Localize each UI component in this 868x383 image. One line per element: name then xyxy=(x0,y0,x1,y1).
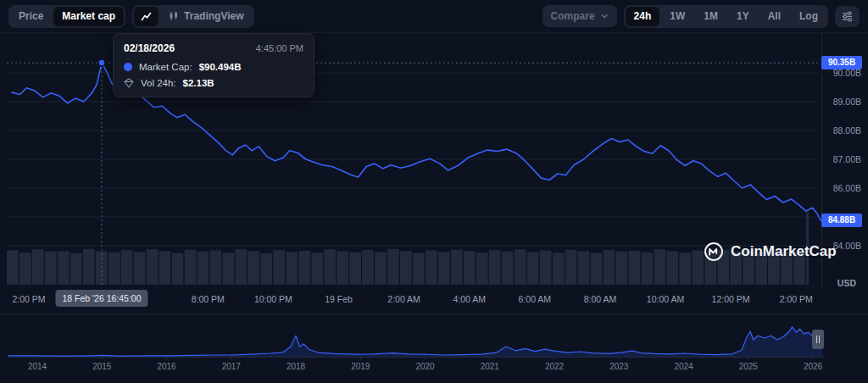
y-axis-unit: USD xyxy=(821,278,856,288)
high-value-badge: 90.35B xyxy=(821,56,862,69)
y-tick-label: 88.00B xyxy=(824,125,861,136)
x-tick-label: 2:00 AM xyxy=(387,294,420,304)
y-tick-label: 89.00B xyxy=(824,97,861,107)
tradingview-label: TradingView xyxy=(184,11,243,22)
volume-gem-icon xyxy=(124,78,134,88)
compare-button[interactable]: Compare xyxy=(542,5,617,27)
range-1w[interactable]: 1W xyxy=(661,7,693,26)
x-tick-label: 10:00 AM xyxy=(647,294,684,304)
line-chart-icon xyxy=(141,11,152,22)
x-tick-label: 8:00 PM xyxy=(192,294,225,304)
history-minimap-chart xyxy=(0,319,868,361)
current-value-badge: 84.88B xyxy=(821,214,862,227)
chart-type-group: TradingView xyxy=(132,5,253,28)
line-chart-button[interactable] xyxy=(134,7,159,26)
x-tick-label: 2:00 PM xyxy=(12,294,45,304)
year-label: 2019 xyxy=(351,362,370,371)
range-1m[interactable]: 1M xyxy=(695,7,726,26)
market-cap-tab[interactable]: Market cap xyxy=(53,7,124,26)
tooltip-marketcap-row: Market Cap: $90.494B xyxy=(124,62,303,72)
range-1y[interactable]: 1Y xyxy=(728,7,758,26)
range-24h[interactable]: 24h xyxy=(626,7,660,26)
toolbar-right: Compare 24h1W1M1YAllLog xyxy=(542,5,860,28)
year-label: 2025 xyxy=(739,362,758,371)
y-tick-label: 86.00B xyxy=(824,183,861,193)
watermark-text: CoinMarketCap xyxy=(731,243,837,260)
tooltip-volume-row: Vol 24h: $2.13B xyxy=(124,78,303,88)
tooltip-volume-value: $2.13B xyxy=(183,78,214,88)
compare-label: Compare xyxy=(551,10,595,22)
year-label: 2017 xyxy=(222,362,241,371)
chart-toolbar: Price Market cap TradingView xyxy=(0,0,868,32)
x-tick-label: 12:00 PM xyxy=(712,294,750,304)
tooltip-time: 4:45:00 PM xyxy=(256,43,303,53)
sliders-icon xyxy=(842,11,853,22)
crosshair-time-badge: 18 Feb '26 16:45:00 xyxy=(55,290,147,307)
chart-tooltip: 02/18/2026 4:45:00 PM Market Cap: $90.49… xyxy=(113,33,314,97)
coinmarketcap-chart-page: Price Market cap TradingView xyxy=(0,0,868,383)
tooltip-marketcap-label: Market Cap: xyxy=(139,62,192,72)
range-all[interactable]: All xyxy=(760,7,789,26)
tooltip-date: 02/18/2026 xyxy=(124,42,175,54)
x-tick-label: 10:00 PM xyxy=(254,294,292,304)
cmc-logo-icon xyxy=(704,241,724,262)
tooltip-volume-label: Vol 24h: xyxy=(141,78,176,88)
watermark: CoinMarketCap xyxy=(704,241,837,262)
timeline-drag-handle[interactable] xyxy=(812,330,824,349)
x-tick-label: 2:00 PM xyxy=(780,294,813,304)
x-tick-label: 4:00 AM xyxy=(453,294,486,304)
year-label: 2023 xyxy=(609,362,628,371)
chart-settings-button[interactable] xyxy=(835,6,860,27)
range-log[interactable]: Log xyxy=(791,7,826,26)
toolbar-left: Price Market cap TradingView xyxy=(8,5,254,28)
chart-canvas[interactable]: 02/18/2026 4:45:00 PM Market Cap: $90.49… xyxy=(0,32,868,314)
range-group: 24h1W1M1YAllLog xyxy=(624,5,828,28)
year-label: 2020 xyxy=(415,362,434,371)
tooltip-marketcap-value: $90.494B xyxy=(199,62,242,72)
year-label: 2024 xyxy=(674,362,693,371)
year-label: 2015 xyxy=(92,362,111,371)
year-label: 2021 xyxy=(481,362,499,371)
candlestick-icon xyxy=(169,11,179,21)
x-tick-label: 19 Feb xyxy=(325,294,353,304)
year-label: 2014 xyxy=(28,362,47,371)
tradingview-button[interactable]: TradingView xyxy=(160,7,252,26)
year-label: 2022 xyxy=(545,362,564,371)
price-marketcap-toggle: Price Market cap xyxy=(8,5,125,28)
x-tick-label: 6:00 AM xyxy=(519,294,552,304)
year-label: 2016 xyxy=(157,362,175,371)
market-cap-dot-icon xyxy=(124,63,132,71)
year-label: 2018 xyxy=(287,362,305,371)
chevron-down-icon xyxy=(600,12,609,20)
price-tab[interactable]: Price xyxy=(10,7,52,26)
drag-handle-icon xyxy=(816,336,817,343)
timeline-minimap[interactable]: 2014201520162017201820192020202120222023… xyxy=(0,314,868,383)
x-tick-label: 8:00 AM xyxy=(584,294,617,304)
year-label: 2026 xyxy=(804,362,822,371)
y-tick-label: 87.00B xyxy=(824,154,861,164)
